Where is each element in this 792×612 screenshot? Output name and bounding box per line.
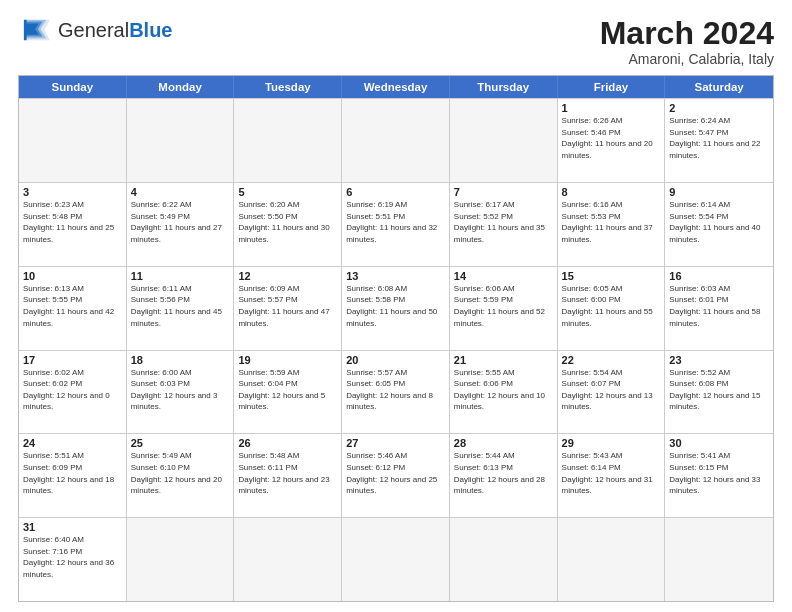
day-number: 11: [131, 270, 230, 282]
empty-day-cell: [665, 518, 773, 601]
day-number: 19: [238, 354, 337, 366]
day-info: Sunrise: 5:43 AM Sunset: 6:14 PM Dayligh…: [562, 450, 661, 496]
svg-rect-5: [24, 20, 27, 41]
empty-day-cell: [127, 99, 235, 182]
day-info: Sunrise: 6:17 AM Sunset: 5:52 PM Dayligh…: [454, 199, 553, 245]
empty-day-cell: [342, 518, 450, 601]
day-of-week-header: Monday: [127, 76, 235, 98]
day-number: 26: [238, 437, 337, 449]
day-info: Sunrise: 5:44 AM Sunset: 6:13 PM Dayligh…: [454, 450, 553, 496]
day-of-week-header: Tuesday: [234, 76, 342, 98]
day-number: 25: [131, 437, 230, 449]
empty-day-cell: [19, 99, 127, 182]
empty-day-cell: [127, 518, 235, 601]
empty-day-cell: [450, 518, 558, 601]
day-info: Sunrise: 6:23 AM Sunset: 5:48 PM Dayligh…: [23, 199, 122, 245]
day-info: Sunrise: 5:49 AM Sunset: 6:10 PM Dayligh…: [131, 450, 230, 496]
day-info: Sunrise: 5:51 AM Sunset: 6:09 PM Dayligh…: [23, 450, 122, 496]
day-info: Sunrise: 5:48 AM Sunset: 6:11 PM Dayligh…: [238, 450, 337, 496]
empty-day-cell: [558, 518, 666, 601]
calendar-week-row: 24Sunrise: 5:51 AM Sunset: 6:09 PM Dayli…: [19, 433, 773, 517]
day-number: 17: [23, 354, 122, 366]
day-number: 28: [454, 437, 553, 449]
day-number: 20: [346, 354, 445, 366]
location: Amaroni, Calabria, Italy: [600, 51, 774, 67]
day-number: 13: [346, 270, 445, 282]
month-title: March 2024: [600, 16, 774, 51]
calendar-week-row: 3Sunrise: 6:23 AM Sunset: 5:48 PM Daylig…: [19, 182, 773, 266]
day-info: Sunrise: 5:46 AM Sunset: 6:12 PM Dayligh…: [346, 450, 445, 496]
day-of-week-header: Wednesday: [342, 76, 450, 98]
day-number: 31: [23, 521, 122, 533]
day-info: Sunrise: 6:11 AM Sunset: 5:56 PM Dayligh…: [131, 283, 230, 329]
day-info: Sunrise: 6:20 AM Sunset: 5:50 PM Dayligh…: [238, 199, 337, 245]
day-cell: 13Sunrise: 6:08 AM Sunset: 5:58 PM Dayli…: [342, 267, 450, 350]
day-cell: 10Sunrise: 6:13 AM Sunset: 5:55 PM Dayli…: [19, 267, 127, 350]
day-cell: 19Sunrise: 5:59 AM Sunset: 6:04 PM Dayli…: [234, 351, 342, 434]
day-info: Sunrise: 5:55 AM Sunset: 6:06 PM Dayligh…: [454, 367, 553, 413]
day-info: Sunrise: 6:02 AM Sunset: 6:02 PM Dayligh…: [23, 367, 122, 413]
day-number: 21: [454, 354, 553, 366]
day-info: Sunrise: 6:05 AM Sunset: 6:00 PM Dayligh…: [562, 283, 661, 329]
calendar-week-row: 1Sunrise: 6:26 AM Sunset: 5:46 PM Daylig…: [19, 98, 773, 182]
day-cell: 24Sunrise: 5:51 AM Sunset: 6:09 PM Dayli…: [19, 434, 127, 517]
day-info: Sunrise: 6:40 AM Sunset: 7:16 PM Dayligh…: [23, 534, 122, 580]
day-info: Sunrise: 5:57 AM Sunset: 6:05 PM Dayligh…: [346, 367, 445, 413]
day-info: Sunrise: 5:54 AM Sunset: 6:07 PM Dayligh…: [562, 367, 661, 413]
day-cell: 30Sunrise: 5:41 AM Sunset: 6:15 PM Dayli…: [665, 434, 773, 517]
calendar-body: 1Sunrise: 6:26 AM Sunset: 5:46 PM Daylig…: [19, 98, 773, 601]
day-number: 22: [562, 354, 661, 366]
day-cell: 9Sunrise: 6:14 AM Sunset: 5:54 PM Daylig…: [665, 183, 773, 266]
day-number: 27: [346, 437, 445, 449]
day-number: 3: [23, 186, 122, 198]
calendar: SundayMondayTuesdayWednesdayThursdayFrid…: [18, 75, 774, 602]
day-of-week-header: Sunday: [19, 76, 127, 98]
day-number: 6: [346, 186, 445, 198]
day-cell: 29Sunrise: 5:43 AM Sunset: 6:14 PM Dayli…: [558, 434, 666, 517]
calendar-page: GeneralBlue March 2024 Amaroni, Calabria…: [0, 0, 792, 612]
day-cell: 6Sunrise: 6:19 AM Sunset: 5:51 PM Daylig…: [342, 183, 450, 266]
day-cell: 22Sunrise: 5:54 AM Sunset: 6:07 PM Dayli…: [558, 351, 666, 434]
page-header: GeneralBlue March 2024 Amaroni, Calabria…: [18, 16, 774, 67]
day-info: Sunrise: 6:03 AM Sunset: 6:01 PM Dayligh…: [669, 283, 769, 329]
logo: GeneralBlue: [18, 16, 173, 44]
day-info: Sunrise: 6:19 AM Sunset: 5:51 PM Dayligh…: [346, 199, 445, 245]
day-cell: 18Sunrise: 6:00 AM Sunset: 6:03 PM Dayli…: [127, 351, 235, 434]
day-number: 29: [562, 437, 661, 449]
day-number: 14: [454, 270, 553, 282]
day-cell: 14Sunrise: 6:06 AM Sunset: 5:59 PM Dayli…: [450, 267, 558, 350]
day-cell: 3Sunrise: 6:23 AM Sunset: 5:48 PM Daylig…: [19, 183, 127, 266]
day-number: 18: [131, 354, 230, 366]
day-number: 10: [23, 270, 122, 282]
day-of-week-header: Thursday: [450, 76, 558, 98]
day-of-week-header: Saturday: [665, 76, 773, 98]
day-cell: 15Sunrise: 6:05 AM Sunset: 6:00 PM Dayli…: [558, 267, 666, 350]
day-info: Sunrise: 6:24 AM Sunset: 5:47 PM Dayligh…: [669, 115, 769, 161]
day-number: 15: [562, 270, 661, 282]
day-cell: 20Sunrise: 5:57 AM Sunset: 6:05 PM Dayli…: [342, 351, 450, 434]
day-info: Sunrise: 6:14 AM Sunset: 5:54 PM Dayligh…: [669, 199, 769, 245]
day-number: 5: [238, 186, 337, 198]
day-number: 4: [131, 186, 230, 198]
day-info: Sunrise: 6:13 AM Sunset: 5:55 PM Dayligh…: [23, 283, 122, 329]
day-cell: 12Sunrise: 6:09 AM Sunset: 5:57 PM Dayli…: [234, 267, 342, 350]
day-info: Sunrise: 5:59 AM Sunset: 6:04 PM Dayligh…: [238, 367, 337, 413]
day-number: 16: [669, 270, 769, 282]
day-cell: 2Sunrise: 6:24 AM Sunset: 5:47 PM Daylig…: [665, 99, 773, 182]
day-number: 23: [669, 354, 769, 366]
day-info: Sunrise: 6:26 AM Sunset: 5:46 PM Dayligh…: [562, 115, 661, 161]
day-cell: 11Sunrise: 6:11 AM Sunset: 5:56 PM Dayli…: [127, 267, 235, 350]
logo-text: GeneralBlue: [58, 19, 173, 42]
day-cell: 16Sunrise: 6:03 AM Sunset: 6:01 PM Dayli…: [665, 267, 773, 350]
calendar-header: SundayMondayTuesdayWednesdayThursdayFrid…: [19, 76, 773, 98]
day-info: Sunrise: 6:08 AM Sunset: 5:58 PM Dayligh…: [346, 283, 445, 329]
day-info: Sunrise: 6:00 AM Sunset: 6:03 PM Dayligh…: [131, 367, 230, 413]
day-of-week-header: Friday: [558, 76, 666, 98]
day-cell: 7Sunrise: 6:17 AM Sunset: 5:52 PM Daylig…: [450, 183, 558, 266]
calendar-week-row: 17Sunrise: 6:02 AM Sunset: 6:02 PM Dayli…: [19, 350, 773, 434]
calendar-week-row: 10Sunrise: 6:13 AM Sunset: 5:55 PM Dayli…: [19, 266, 773, 350]
day-number: 9: [669, 186, 769, 198]
day-number: 1: [562, 102, 661, 114]
empty-day-cell: [450, 99, 558, 182]
day-cell: 8Sunrise: 6:16 AM Sunset: 5:53 PM Daylig…: [558, 183, 666, 266]
